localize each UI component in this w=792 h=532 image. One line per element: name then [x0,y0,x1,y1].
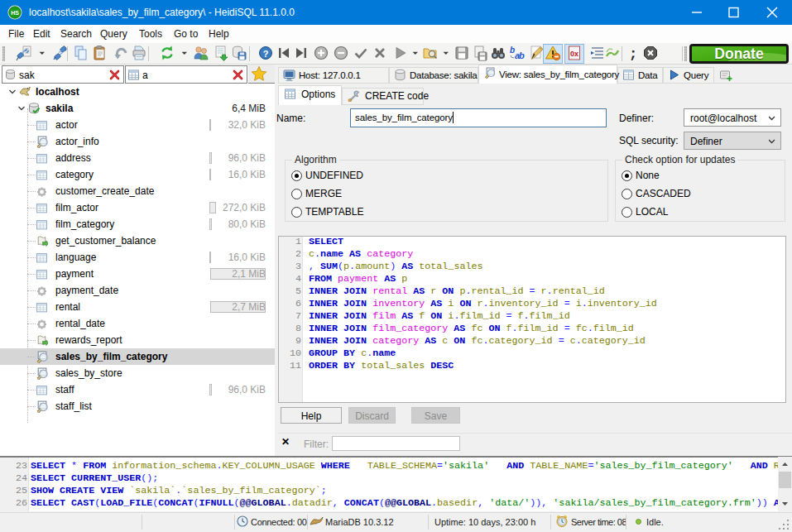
svg-text:;: ; [629,46,637,61]
svg-text:?: ? [263,49,269,59]
svg-text:HS: HS [11,10,19,16]
svg-text:0x: 0x [570,50,578,58]
svg-text:b: b [519,50,525,60]
